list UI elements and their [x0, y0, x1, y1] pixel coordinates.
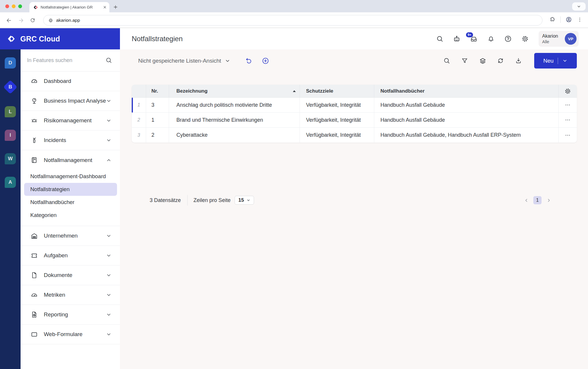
feature-search-input[interactable]	[27, 57, 105, 64]
chevron-down-icon	[106, 272, 112, 278]
tab-close-icon[interactable]	[103, 5, 107, 9]
sidebar-item-dokumente[interactable]: Dokumente	[21, 266, 120, 285]
row-actions-button[interactable]	[559, 128, 577, 143]
filter-funnel-icon	[461, 57, 468, 64]
new-button[interactable]: Neu	[534, 53, 577, 69]
workspace-avatar-w[interactable]: W	[5, 153, 16, 164]
rows-per-page-select[interactable]: 15	[235, 196, 254, 205]
chevron-down-icon	[246, 198, 250, 202]
list-toolbar: Nicht gespeicherte Listen-Ansicht Neu	[120, 49, 588, 72]
global-search-button[interactable]	[436, 35, 444, 43]
extensions-button[interactable]	[549, 16, 556, 23]
window-minimize-button[interactable]	[12, 4, 16, 8]
page-title: Notfallstrategien	[132, 28, 183, 49]
back-button[interactable]	[5, 16, 13, 24]
workspace-avatar-l[interactable]: L	[5, 106, 16, 117]
next-page-button[interactable]	[545, 197, 552, 203]
toolbar-actions: Neu	[443, 53, 577, 69]
assistant-button[interactable]	[453, 35, 461, 43]
avatar[interactable]: VP	[565, 33, 577, 45]
sidebar-item-business-impact-analyse[interactable]: Business Impact Analyse	[21, 91, 120, 111]
current-page-button[interactable]: 1	[533, 196, 542, 204]
divider	[558, 58, 558, 64]
sidebar-subitem-kategorien[interactable]: Kategorien	[24, 209, 117, 222]
user-circle-icon	[565, 16, 572, 23]
site-favicon	[33, 5, 38, 10]
column-header-schutzziele[interactable]: Schutzziele	[300, 85, 374, 98]
row-actions-button[interactable]	[559, 113, 577, 128]
add-view-button[interactable]	[262, 57, 270, 65]
reset-view-button[interactable]	[245, 57, 253, 65]
chevron-down-icon	[106, 312, 112, 318]
table-search-button[interactable]	[443, 57, 451, 65]
kebab-menu-icon	[577, 17, 583, 23]
inbox-button[interactable]: 9+	[470, 35, 478, 43]
sidebar-item-incidents[interactable]: Incidents	[21, 131, 120, 150]
help-button[interactable]	[504, 35, 512, 43]
impact-meter-icon	[30, 97, 38, 105]
sidebar-item-risikomanagement[interactable]: Risikomanagement	[21, 111, 120, 131]
browser-menu-button[interactable]	[577, 17, 583, 23]
chevron-down-icon	[106, 118, 112, 123]
ticket-icon	[30, 252, 38, 260]
column-settings-button[interactable]	[559, 85, 577, 98]
column-header-notfallhandbuecher[interactable]: Notfallhandbücher	[374, 85, 559, 98]
more-actions-icon	[564, 102, 571, 108]
browser-tab[interactable]: Notfallstrategien | Akarion GR	[29, 2, 109, 12]
sidebar-item-reporting[interactable]: Reporting	[21, 305, 120, 325]
window-close-button[interactable]	[5, 4, 9, 8]
forward-button[interactable]	[17, 16, 25, 24]
pagination-bar: 3 Datensätze Zeilen pro Seite 15 1	[132, 192, 577, 208]
list-view-label: Nicht gespeicherte Listen-Ansicht	[138, 58, 221, 64]
search-icon	[105, 57, 112, 64]
workspace-avatar-a[interactable]: A	[5, 177, 16, 188]
workspace-avatar-d[interactable]: D	[5, 57, 16, 69]
sidebar-item-notfallmanagement[interactable]: Notfallmanagement	[21, 150, 120, 170]
chevron-up-icon	[106, 157, 112, 163]
search-icon	[436, 35, 444, 43]
sidebar-item-aufgaben[interactable]: Aufgaben	[21, 246, 120, 266]
workspace-avatar-i[interactable]: I	[5, 130, 16, 141]
cell-bezeichnung[interactable]: Brand und Thermische Einwirkungen	[169, 113, 300, 128]
tab-search-button[interactable]	[572, 2, 586, 11]
url-text: akarion.app	[56, 18, 80, 23]
undo-icon	[245, 57, 252, 64]
notifications-button[interactable]	[487, 35, 495, 43]
gear-icon	[564, 88, 571, 95]
previous-page-button[interactable]	[523, 197, 529, 203]
sidebar-item-unternehmen[interactable]: Unternehmen	[21, 226, 120, 246]
sidebar-item-web-formulare[interactable]: Web-Formulare	[21, 325, 120, 344]
account-chip[interactable]: Akarion Alle VP	[539, 31, 579, 47]
chevron-down-icon	[106, 233, 112, 239]
sidebar-subitem-notfallhandbuecher[interactable]: Notfallhandbücher	[24, 196, 117, 209]
profile-button[interactable]	[565, 16, 572, 23]
new-tab-button[interactable]	[112, 3, 119, 11]
group-button[interactable]	[479, 57, 487, 65]
sidebar-item-dashboard[interactable]: Dashboard	[21, 71, 120, 91]
filter-button[interactable]	[461, 57, 469, 65]
download-icon	[515, 57, 522, 64]
export-button[interactable]	[514, 57, 522, 65]
main-content: Nicht gespeicherte Listen-Ansicht Neu	[120, 49, 588, 369]
chevron-right-icon	[546, 198, 551, 203]
workspace-avatar-b-active[interactable]: B	[3, 80, 17, 94]
sidebar-item-metriken[interactable]: Metriken	[21, 285, 120, 305]
notification-count-badge: 9+	[466, 32, 473, 37]
sidebar-subitem-notfallstrategien-active[interactable]: Notfallstrategien	[24, 183, 117, 196]
address-bar[interactable]: akarion.app	[43, 15, 542, 26]
cell-bezeichnung[interactable]: Anschlag durch politisch motivierte Drit…	[169, 98, 300, 113]
selected-row-accent	[132, 98, 133, 113]
cell-handbuecher: Handbuch Ausfall Gebäude	[374, 98, 559, 113]
chevron-down-icon	[106, 253, 112, 258]
settings-button[interactable]	[521, 35, 529, 43]
window-zoom-button[interactable]	[18, 4, 22, 8]
refresh-button[interactable]	[497, 57, 505, 65]
list-view-selector[interactable]: Nicht gespeicherte Listen-Ansicht	[138, 58, 230, 64]
column-header-bezeichnung[interactable]: Bezeichnung	[169, 85, 300, 98]
cell-bezeichnung[interactable]: Cyberattacke	[169, 128, 300, 143]
column-header-nr[interactable]: Nr.	[146, 85, 169, 98]
row-actions-button[interactable]	[559, 98, 577, 113]
sidebar-subitem-notfallmanagement-dashboard[interactable]: Notfallmanagement-Dashboard	[24, 170, 117, 183]
reload-button[interactable]	[29, 16, 36, 24]
account-scope: Alle	[542, 39, 565, 44]
